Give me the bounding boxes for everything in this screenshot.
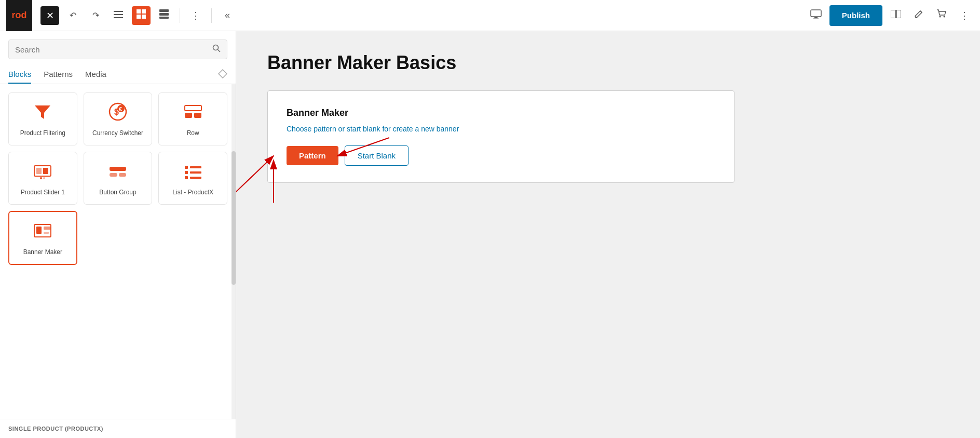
svg-rect-3 [137,9,141,14]
more-options-button[interactable]: ⋮ [186,6,205,25]
svg-rect-31 [43,168,48,174]
footer-label: SINGLE PRODUCT (PRODUCTX) [8,426,103,432]
svg-rect-6 [142,15,146,19]
svg-rect-13 [891,10,895,18]
block-item-product-slider[interactable]: Product Slider 1 [8,152,77,205]
svg-rect-2 [114,17,123,18]
more-options2-button[interactable]: ⋮ [955,6,974,25]
diamond-icon[interactable] [218,69,227,81]
redo-button[interactable]: ↷ [86,6,105,25]
scrollbar-thumb[interactable] [232,151,236,285]
banner-icon [32,220,53,244]
row-view-icon [159,9,169,21]
svg-rect-30 [36,168,42,174]
block-item-button-group[interactable]: Button Group [84,152,153,205]
svg-rect-14 [896,10,901,18]
currency-icon: $€ [107,101,128,125]
svg-rect-36 [119,173,126,177]
svg-rect-26 [185,105,201,111]
svg-rect-45 [44,227,51,230]
svg-point-32 [40,177,42,179]
block-item-product-filtering[interactable]: Product Filtering [8,92,77,145]
row-view-button[interactable] [155,6,173,25]
svg-rect-44 [36,227,42,234]
block-label-row: Row [187,129,199,137]
cart-icon [936,9,947,22]
block-item-currency-switcher[interactable]: $€ Currency Switcher [84,92,153,145]
block-label-banner-maker: Banner Maker [23,248,62,256]
page-title: Banner Maker Basics [267,52,949,74]
button-group-icon [107,161,128,184]
tab-blocks[interactable]: Blocks [8,65,31,84]
split-view-icon [891,10,901,21]
svg-rect-40 [190,171,201,174]
desktop-view-button[interactable] [807,6,825,25]
collapse-icon: « [225,10,230,21]
svg-rect-12 [813,18,819,19]
block-view-icon [137,9,146,21]
search-input[interactable] [15,45,212,54]
slider-icon [32,161,53,184]
panel-title: Banner Maker [287,108,715,118]
undo-button[interactable]: ↶ [63,6,82,25]
filter-icon [32,101,53,125]
svg-rect-46 [44,232,49,234]
search-box[interactable] [8,39,227,59]
undo-icon: ↶ [70,10,76,20]
pattern-button[interactable]: Pattern [287,146,338,165]
editor-area: Banner Maker Basics Banner Maker Choose … [236,31,980,438]
sidebar-blocks-area: Product Filtering $€ Currency Switcher [0,84,236,419]
list-view-button[interactable] [109,6,128,25]
collapse-sidebar-button[interactable]: « [218,6,237,25]
block-item-list-productx[interactable]: List - ProductX [158,152,227,205]
svg-rect-38 [190,166,201,168]
publish-button[interactable]: Publish [829,5,882,26]
svg-point-16 [940,16,941,18]
svg-rect-28 [194,113,201,118]
top-toolbar: rod ✕ ↶ ↷ ⋮ [0,0,980,31]
svg-rect-34 [110,167,126,171]
app-logo[interactable]: rod [6,0,32,31]
redo-icon: ↷ [92,10,99,20]
svg-point-18 [213,45,219,50]
more-options-icon: ⋮ [191,10,200,21]
svg-rect-37 [185,166,188,169]
panel-buttons: Pattern Start Blank [287,145,715,166]
desktop-icon [810,9,822,21]
scrollbar-track [232,84,236,419]
svg-rect-1 [114,14,123,15]
svg-line-19 [218,50,221,52]
close-button[interactable]: ✕ [40,6,59,25]
svg-marker-20 [219,70,227,78]
svg-rect-0 [114,11,123,12]
sidebar-tabs: Blocks Patterns Media [0,59,236,84]
cart-button[interactable] [932,6,951,25]
block-item-row[interactable]: Row [158,92,227,145]
block-view-button[interactable] [132,6,151,25]
svg-rect-41 [185,176,188,179]
svg-text:€: € [119,106,122,112]
list-view-icon [114,10,123,21]
divider-1 [180,8,180,23]
start-blank-button[interactable]: Start Blank [345,145,409,166]
block-item-banner-maker[interactable]: Banner Maker [8,211,77,265]
logo-text: rod [12,10,27,21]
split-view-button[interactable] [887,6,905,25]
block-label-product-filtering: Product Filtering [20,129,65,137]
svg-rect-5 [137,15,141,19]
search-icon [212,44,221,55]
more-options2-icon: ⋮ [960,10,969,21]
block-label-button-group: Button Group [99,189,136,196]
svg-rect-11 [814,17,818,18]
row-icon [183,101,203,125]
edit-button[interactable] [909,6,928,25]
sidebar: Blocks Patterns Media Product Filtering [0,31,236,438]
block-label-list-productx: List - ProductX [172,189,213,196]
svg-rect-7 [159,9,169,12]
banner-maker-panel: Banner Maker Choose pattern or start bla… [267,90,734,183]
svg-marker-21 [35,105,50,119]
svg-rect-42 [190,177,201,179]
block-label-product-slider: Product Slider 1 [21,189,65,196]
tab-media[interactable]: Media [85,65,106,84]
tab-patterns[interactable]: Patterns [44,65,73,84]
